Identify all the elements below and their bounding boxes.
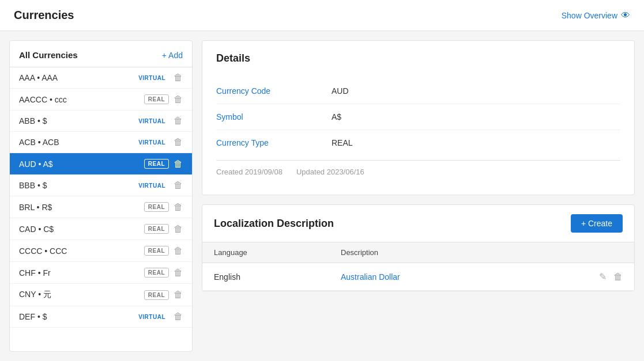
currency-name: CAD • C$ [19,225,140,234]
delete-currency-button[interactable]: 🗑 [174,138,183,147]
currency-badge: VIRTUAL [135,74,169,82]
delete-currency-button[interactable]: 🗑 [174,159,183,169]
delete-row-button[interactable]: 🗑 [613,272,623,282]
detail-row: SymbolA$ [216,104,620,130]
currency-item[interactable]: DEF • $VIRTUAL🗑 [10,306,192,328]
currency-badge: REAL [144,290,169,300]
col-language-header: Language [214,248,341,257]
left-panel-header: All Currencies + Add [10,41,192,67]
top-bar: Currencies Show Overview 👁 [0,0,644,31]
currency-name: CCCC • CCC [19,246,140,256]
language-cell: English [214,272,341,282]
add-currency-button[interactable]: + Add [162,51,183,60]
detail-label: Currency Type [216,138,332,147]
currency-item[interactable]: CHF • FrREAL🗑 [10,262,192,284]
delete-currency-button[interactable]: 🗑 [174,203,183,212]
create-button[interactable]: + Create [571,214,623,233]
currency-item[interactable]: BRL • R$REAL🗑 [10,196,192,218]
right-panel: Details Currency CodeAUDSymbolA$Currency… [202,40,635,352]
row-actions: ✎🗑 [599,271,623,282]
currency-badge: VIRTUAL [135,313,169,321]
currency-item[interactable]: CNY • 元REAL🗑 [10,284,192,306]
detail-value: A$ [332,112,341,121]
detail-row: Currency CodeAUD [216,78,620,104]
currency-badge: VIRTUAL [135,181,169,190]
detail-value: AUD [332,86,349,96]
details-title: Details [216,52,620,64]
currency-name: ACB • ACB [19,138,130,147]
currency-badge: VIRTUAL [135,117,169,126]
currency-item[interactable]: AACCC • cccREAL🗑 [10,89,192,111]
currency-name: DEF • $ [19,312,130,321]
dates-row: Created 2019/09/08 Updated 2023/06/16 [216,160,620,183]
detail-label: Symbol [216,112,332,121]
currency-item[interactable]: AUD • A$REAL🗑 [10,153,192,175]
currency-name: ABB • $ [19,116,130,126]
currency-badge: REAL [144,246,169,256]
eye-icon: 👁 [621,10,630,21]
left-panel: All Currencies + Add AAA • AAAVIRTUAL🗑AA… [9,40,193,352]
delete-currency-button[interactable]: 🗑 [174,225,183,234]
main-content: All Currencies + Add AAA • AAAVIRTUAL🗑AA… [0,31,644,361]
page-title: Currencies [14,9,74,22]
all-currencies-title: All Currencies [19,50,78,60]
localization-header: Localization Description + Create [202,205,634,242]
detail-row: Currency TypeREAL [216,130,620,155]
currency-item[interactable]: CAD • C$REAL🗑 [10,218,192,240]
delete-currency-button[interactable]: 🗑 [174,116,183,126]
delete-currency-button[interactable]: 🗑 [174,181,183,190]
currency-badge: REAL [144,224,169,234]
show-overview-label: Show Overview [562,11,617,20]
col-description-header: Description [341,248,623,257]
currency-name: AACCC • ccc [19,95,140,104]
detail-value: REAL [332,138,353,147]
delete-currency-button[interactable]: 🗑 [174,73,183,82]
localization-title: Localization Description [214,218,334,230]
show-overview-link[interactable]: Show Overview 👁 [562,10,630,21]
currency-name: AAA • AAA [19,73,130,82]
currency-item[interactable]: ACB • ACBVIRTUAL🗑 [10,132,192,153]
delete-currency-button[interactable]: 🗑 [174,290,183,299]
currency-item[interactable]: AAA • AAAVIRTUAL🗑 [10,67,192,89]
edit-row-button[interactable]: ✎ [599,271,607,282]
currency-list: AAA • AAAVIRTUAL🗑AACCC • cccREAL🗑ABB • $… [10,67,192,351]
delete-currency-button[interactable]: 🗑 [174,95,183,104]
currency-item[interactable]: ABB • $VIRTUAL🗑 [10,111,192,132]
currency-badge: REAL [144,202,169,212]
currency-badge: VIRTUAL [135,138,169,147]
delete-currency-button[interactable]: 🗑 [174,268,183,278]
currency-name: CNY • 元 [19,290,140,300]
currency-name: AUD • A$ [19,159,140,169]
description-cell: Australian Dollar [341,272,599,282]
delete-currency-button[interactable]: 🗑 [174,312,183,321]
currency-name: BRL • R$ [19,203,140,212]
currency-item[interactable]: CCCC • CCCREAL🗑 [10,240,192,262]
updated-date: Updated 2023/06/16 [296,168,364,176]
details-card: Details Currency CodeAUDSymbolA$Currency… [202,40,635,195]
currency-badge: REAL [144,268,169,278]
table-row: EnglishAustralian Dollar✎🗑 [202,263,634,291]
currency-name: CHF • Fr [19,268,140,278]
table-header: Language Description [202,242,634,263]
currency-badge: REAL [144,94,169,104]
currency-name: BBB • $ [19,181,130,190]
localization-card: Localization Description + Create Langua… [202,204,635,291]
detail-label: Currency Code [216,86,332,96]
currency-item[interactable]: BBB • $VIRTUAL🗑 [10,175,192,196]
currency-badge: REAL [144,159,169,169]
created-date: Created 2019/09/08 [216,168,283,176]
delete-currency-button[interactable]: 🗑 [174,246,183,256]
